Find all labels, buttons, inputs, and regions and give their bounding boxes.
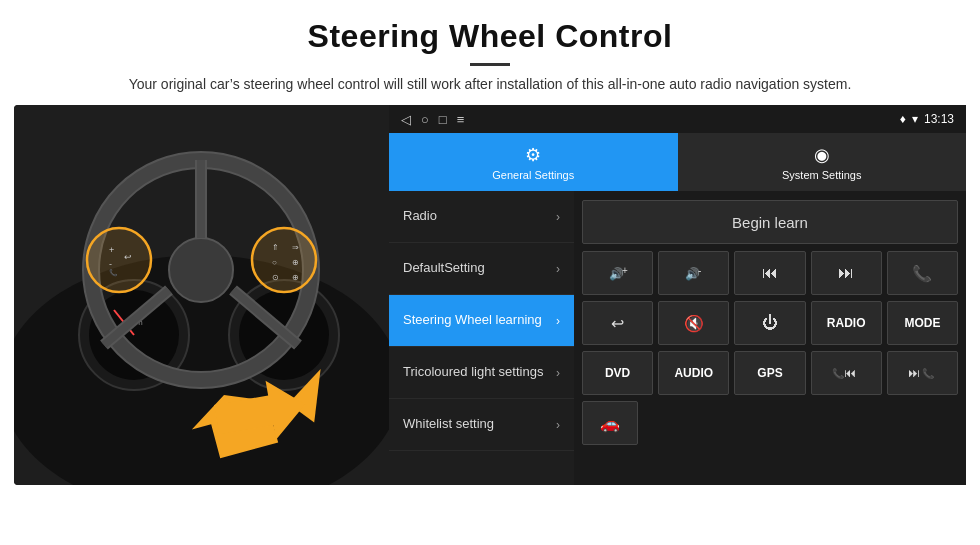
next-track-button[interactable]: ⏭ (811, 251, 882, 295)
car-icon-button[interactable]: 🚗 (582, 401, 638, 445)
page-title: Steering Wheel Control (60, 18, 920, 55)
svg-text:⇑: ⇑ (272, 243, 279, 252)
svg-text:⏭: ⏭ (908, 366, 920, 380)
title-divider (470, 63, 510, 66)
svg-text:📞: 📞 (109, 268, 118, 277)
svg-point-11 (169, 238, 233, 302)
begin-learn-row: Begin learn (582, 199, 958, 245)
gear-icon: ⚙ (525, 144, 541, 166)
begin-learn-button[interactable]: Begin learn (582, 200, 958, 244)
gps-button[interactable]: GPS (734, 351, 805, 395)
svg-text:+: + (109, 245, 114, 255)
svg-text:+: + (622, 265, 628, 276)
chevron-icon: › (556, 314, 560, 328)
svg-point-23 (252, 228, 316, 292)
system-icon: ◉ (814, 144, 830, 166)
menu-item-default-setting[interactable]: DefaultSetting › (389, 243, 574, 295)
home-icon[interactable]: ○ (421, 112, 429, 127)
time-display: 13:13 (924, 112, 954, 126)
main-content: km/h + (14, 105, 966, 485)
vol-down-button[interactable]: 🔊- (658, 251, 729, 295)
control-grid-row3: DVD AUDIO GPS 📞⏮ ⏭📞 (582, 351, 958, 395)
chevron-icon: › (556, 366, 560, 380)
header: Steering Wheel Control Your original car… (0, 0, 980, 105)
prev-track-button[interactable]: ⏮ (734, 251, 805, 295)
vol-up-button[interactable]: 🔊+ (582, 251, 653, 295)
phone-button[interactable]: 📞 (887, 251, 958, 295)
head-unit: ◁ ○ □ ≡ ♦ ▾ 13:13 ⚙ General Settings (389, 105, 966, 485)
svg-text:↩: ↩ (124, 252, 132, 262)
tabs-container: ⚙ General Settings ◉ System Settings (389, 133, 966, 191)
svg-text:-: - (109, 259, 112, 269)
mode-button[interactable]: MODE (887, 301, 958, 345)
back-call-button[interactable]: ↩ (582, 301, 653, 345)
recent-icon[interactable]: □ (439, 112, 447, 127)
page-container: Steering Wheel Control Your original car… (0, 0, 980, 485)
chevron-icon: › (556, 418, 560, 432)
svg-text:⏮: ⏮ (844, 366, 856, 380)
steering-wheel-area: km/h + (14, 105, 389, 485)
signal-icon: ▾ (912, 112, 918, 126)
menu-item-steering-wheel[interactable]: Steering Wheel learning › (389, 295, 574, 347)
status-bar: ◁ ○ □ ≡ ♦ ▾ 13:13 (389, 105, 966, 133)
mute-button[interactable]: 🔇 (658, 301, 729, 345)
control-grid-row1: 🔊+ 🔊- ⏮ ⏭ 📞 (582, 251, 958, 295)
menu-item-tricoloured[interactable]: Tricoloured light settings › (389, 347, 574, 399)
left-menu: Radio › DefaultSetting › Steering Wheel … (389, 191, 574, 485)
svg-point-18 (87, 228, 151, 292)
svg-text:○: ○ (272, 258, 277, 267)
chevron-icon: › (556, 210, 560, 224)
dvd-button[interactable]: DVD (582, 351, 653, 395)
menu-item-whitelist[interactable]: Whitelist setting › (389, 399, 574, 451)
svg-text:📞: 📞 (922, 367, 935, 380)
tab-system-settings[interactable]: ◉ System Settings (678, 133, 967, 191)
tab-general-settings[interactable]: ⚙ General Settings (389, 133, 678, 191)
control-grid-row2: ↩ 🔇 ⏻ RADIO MODE (582, 301, 958, 345)
call-prev-button[interactable]: 📞⏮ (811, 351, 882, 395)
chevron-icon: › (556, 262, 560, 276)
power-button[interactable]: ⏻ (734, 301, 805, 345)
svg-text:-: - (698, 265, 701, 276)
control-grid-row4: 🚗 (582, 401, 958, 445)
menu-item-radio[interactable]: Radio › (389, 191, 574, 243)
svg-text:⊙: ⊙ (272, 273, 279, 282)
menu-icon[interactable]: ≡ (457, 112, 465, 127)
svg-text:⊕: ⊕ (292, 258, 299, 267)
svg-text:⇒: ⇒ (292, 243, 299, 252)
audio-button[interactable]: AUDIO (658, 351, 729, 395)
svg-text:⊕: ⊕ (292, 273, 299, 282)
settings-panel: Radio › DefaultSetting › Steering Wheel … (389, 191, 966, 485)
status-indicators: ♦ ▾ 13:13 (900, 112, 954, 126)
location-icon: ♦ (900, 112, 906, 126)
nav-icons: ◁ ○ □ ≡ (401, 112, 464, 127)
right-controls: Begin learn 🔊+ 🔊- ⏮ ⏭ 📞 (574, 191, 966, 485)
back-icon[interactable]: ◁ (401, 112, 411, 127)
call-next-button[interactable]: ⏭📞 (887, 351, 958, 395)
radio-button[interactable]: RADIO (811, 301, 882, 345)
header-subtitle: Your original car’s steering wheel contr… (115, 74, 865, 95)
